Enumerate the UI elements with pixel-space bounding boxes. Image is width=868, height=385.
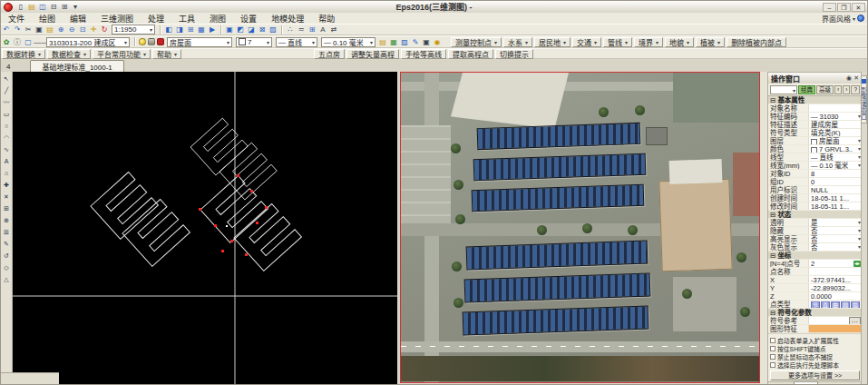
next-window-icon[interactable]: ▶ xyxy=(207,25,218,35)
zoom-out-icon[interactable]: ⊖ xyxy=(66,25,77,35)
info-icon[interactable]: ⓘ xyxy=(12,37,23,47)
category-button[interactable]: 居民地 xyxy=(534,37,571,47)
option-checkbox[interactable]: 选择后执行先处理脚本 xyxy=(770,360,860,369)
draw-circle-icon[interactable]: ○ xyxy=(2,121,12,131)
cascade-windows-icon[interactable]: ◧ xyxy=(163,25,174,35)
maximize-button[interactable]: ❐ xyxy=(837,3,851,12)
property-row[interactable]: 符号类型 填充类(K) xyxy=(768,129,862,137)
draw-polyline-icon[interactable]: 〰 xyxy=(2,97,12,107)
menu-item[interactable]: 帮助 xyxy=(311,13,342,25)
mapping-tool-button[interactable]: 五点房 xyxy=(314,49,345,59)
grid-mode-icon[interactable]: ⊞ xyxy=(307,25,317,35)
property-row[interactable]: 图层 房屋面 xyxy=(768,137,862,145)
mapping-tool-button[interactable]: 调整矢量高程 xyxy=(346,49,399,59)
option-checkbox[interactable]: 启动表单录入扩展属性 xyxy=(770,336,860,344)
object-selector-combo[interactable] xyxy=(770,85,797,94)
ortho-mode-icon[interactable]: ≂ xyxy=(296,25,307,35)
lineweight-combo[interactable]: 0.10 毫米 xyxy=(321,37,375,47)
plugin-menu-button[interactable]: 平台常用功能 xyxy=(93,49,151,59)
property-row[interactable]: 状态 xyxy=(768,211,862,219)
property-row[interactable]: 修改时间 18-05-11 1... xyxy=(768,202,862,211)
category-button[interactable]: 水系 xyxy=(503,37,532,47)
help-button[interactable]: ? xyxy=(851,85,860,94)
quick-access-dropdown-icon[interactable]: ▾ xyxy=(70,2,81,12)
more-options-button[interactable]: 更多选项与设置 >> xyxy=(770,370,860,380)
category-button[interactable]: 境界 xyxy=(634,37,663,47)
snap-tool-icon[interactable]: ⊕ xyxy=(2,215,12,225)
close-button[interactable]: ✕ xyxy=(852,3,865,12)
layer-combo[interactable]: 房屋面 xyxy=(167,37,232,47)
image-icon[interactable]: ▨ xyxy=(399,37,410,47)
property-row[interactable]: 对象ID 8 xyxy=(768,170,862,178)
category-button[interactable]: 管线 xyxy=(603,37,632,47)
bulb-icon[interactable] xyxy=(139,38,146,45)
property-row[interactable]: 创建时间 18-05-11 1... xyxy=(768,194,862,202)
cut-icon[interactable]: ✂ xyxy=(23,25,34,35)
mapping-tool-button[interactable]: 提取高程点 xyxy=(448,49,493,59)
checkbox-box[interactable] xyxy=(770,362,775,368)
menu-item[interactable]: 绘图 xyxy=(32,13,63,25)
feature-code-combo[interactable]: 3103013-200 建成区 xyxy=(46,37,130,47)
document-tab[interactable]: 基础地理标准_1000-1 xyxy=(30,60,123,72)
prev-view-icon[interactable]: ◩ xyxy=(235,25,246,35)
property-row[interactable]: 坐标 xyxy=(768,252,862,260)
undo-icon[interactable]: ↶ xyxy=(1,25,12,35)
menu-item[interactable]: 设置 xyxy=(233,13,264,25)
pin-icon[interactable]: ◉ xyxy=(846,74,852,82)
save-icon[interactable]: ◫ xyxy=(37,2,48,12)
property-row[interactable]: 透明 是 xyxy=(768,219,862,227)
print-preview-icon[interactable]: ⊞ xyxy=(59,2,70,12)
selection-set-tab[interactable]: 加现 xyxy=(794,381,818,385)
swap-icon[interactable]: ⇄ xyxy=(328,25,339,35)
property-row[interactable]: 特征描述 建成房屋 xyxy=(768,121,862,129)
checkbox-box[interactable] xyxy=(770,338,775,343)
paste-icon[interactable]: ▤ xyxy=(44,25,55,35)
classic-view-button[interactable]: 经典 xyxy=(798,85,815,94)
next-view-icon[interactable]: ◪ xyxy=(246,25,257,35)
named-view-icon[interactable]: ⊠ xyxy=(257,25,268,35)
lock-icon[interactable] xyxy=(148,38,155,45)
property-row[interactable]: X -372.97441... xyxy=(768,276,862,284)
clipboard-icon[interactable]: ▤ xyxy=(377,37,388,47)
form-icon[interactable]: ▦ xyxy=(388,37,399,47)
close-icon[interactable]: ✕ xyxy=(853,74,859,82)
draw-rect-icon[interactable]: ▭ xyxy=(2,109,12,119)
pencil-tool-icon[interactable]: ✎ xyxy=(2,239,12,249)
tile-horizontal-icon[interactable]: ◨ xyxy=(174,25,185,35)
checkbox-box[interactable] xyxy=(770,346,775,351)
draw-house-icon[interactable]: ⌂ xyxy=(2,168,12,178)
property-row[interactable]: 图形特征 xyxy=(768,325,862,333)
prev-button[interactable]: ‹ xyxy=(834,85,842,94)
linetype-combo[interactable]: 直线 xyxy=(276,37,317,47)
ui-style-icon[interactable] xyxy=(857,15,864,22)
menu-item[interactable]: 编辑 xyxy=(63,13,93,25)
monitor-icon[interactable]: ▣ xyxy=(421,37,432,47)
plugin-menu-button[interactable]: 数据转换 xyxy=(2,49,45,59)
rotate-tool-icon[interactable]: ↺ xyxy=(2,251,12,261)
property-row[interactable]: 高亮显示 否 xyxy=(768,235,862,243)
grid-tool-icon[interactable]: ⊞ xyxy=(2,203,12,213)
property-row[interactable]: 符号化参数 xyxy=(768,309,862,317)
property-row[interactable]: 基本属性 xyxy=(768,96,862,104)
property-row[interactable]: 点名称 xyxy=(768,268,862,276)
draw-text-icon[interactable]: A xyxy=(2,156,12,166)
property-row[interactable]: 线宽(mm) 0.10 毫米 xyxy=(768,162,862,170)
chevron-down-icon[interactable]: ▾ xyxy=(853,15,855,22)
color-combo[interactable]: 7 xyxy=(236,37,272,47)
zoom-window-icon[interactable]: ⊡ xyxy=(77,25,88,35)
category-button[interactable]: 植被 xyxy=(696,37,725,47)
globe-icon[interactable]: ◉ xyxy=(432,37,443,47)
draw-curve-icon[interactable]: ∿ xyxy=(2,144,12,154)
property-row[interactable]: 符号参考 xyxy=(768,317,862,325)
mapping-tool-button[interactable]: 切换提示 xyxy=(495,49,533,59)
property-row[interactable]: Y -22.899032... xyxy=(768,284,862,292)
category-button[interactable]: 交通 xyxy=(572,37,601,47)
draw-arc-icon[interactable]: ◠ xyxy=(2,133,12,143)
line-sample-icon[interactable]: —— xyxy=(34,37,44,47)
category-button[interactable]: 测量控制点 xyxy=(451,37,502,47)
redraw-view-icon[interactable]: ▨ xyxy=(268,25,278,35)
new-file-icon[interactable]: ▯ xyxy=(15,2,26,12)
property-row[interactable]: 颜色 7 GRVL.3.. xyxy=(768,145,862,153)
property-row[interactable]: 灰色显示 否 xyxy=(768,243,862,252)
tile-vertical-icon[interactable]: ⊞ xyxy=(185,25,196,35)
